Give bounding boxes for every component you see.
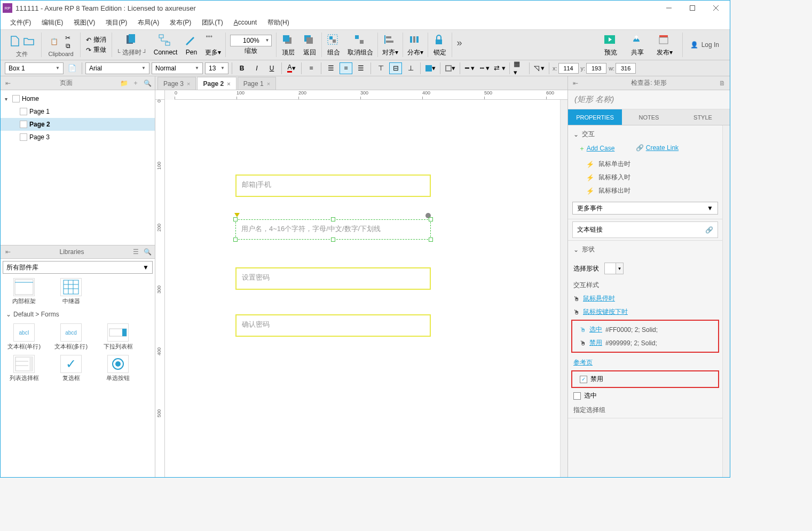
menu-project[interactable]: 项目(P) [101,17,131,28]
paste-icon[interactable]: 📋 [48,36,60,47]
arrow-button[interactable]: ⇄ ▾ [493,62,506,74]
toolbar-expand[interactable]: » [454,37,474,52]
align-center-button[interactable]: ≡ [340,62,352,74]
tab-page1[interactable]: Page 1× [238,77,276,90]
bullet-button[interactable]: ≡ [305,62,318,74]
ix-hover[interactable]: 🖱鼠标悬停时 [568,292,722,305]
font-combo[interactable]: Arial▼ [85,62,149,74]
section-shape[interactable]: ⌄形状 [568,241,722,258]
corner-button[interactable]: ◹ ▾ [533,62,546,74]
chk-selected[interactable]: 选中 [568,389,722,402]
w-input[interactable]: 316 [616,63,636,74]
shape-picker[interactable]: ▼ [604,263,624,274]
style-combo[interactable]: Box 1▼ [5,62,64,74]
menu-arrange[interactable]: 布局(A) [133,17,163,28]
underline-button[interactable]: U [265,62,278,74]
tree-page1[interactable]: Page 1 [1,105,155,118]
tab-page2[interactable]: Page 2× [197,77,236,90]
valign-bottom-button[interactable]: ⊥ [404,62,417,74]
border-vis-button[interactable]: ▦ ▾ [513,62,526,74]
lib-menu-icon[interactable]: ☰ [131,248,140,256]
menu-account[interactable]: Account [230,18,261,27]
send-back[interactable]: 返回 [300,33,319,57]
more-tool[interactable]: ••• 更多▾ [203,33,223,57]
tree-page2[interactable]: Page 2 [1,118,155,131]
tab-properties[interactable]: PROPERTIES [568,109,622,125]
menu-help[interactable]: 帮助(H) [263,17,294,28]
lib-textfield[interactable]: abcI文本框(单行) [3,323,45,351]
tab-page3[interactable]: Page 3× [157,77,196,90]
fill-button[interactable]: ▾ [424,62,437,74]
resize-handle[interactable] [233,217,238,221]
field-email[interactable]: 邮箱|手机 [235,175,431,197]
size-combo[interactable]: 13▼ [205,62,228,74]
search-icon[interactable]: 🔍 [143,79,152,88]
section-interactions[interactable]: ⌄交互 [568,125,722,143]
menu-edit[interactable]: 编辑(E) [37,17,67,28]
resize-handle[interactable] [331,217,335,221]
ix-disabled[interactable]: 🖱禁用 #999999; 2; Solid; [574,336,716,350]
ix-selected[interactable]: 🖱选中 #FF0000; 2; Solid; [574,323,716,336]
connect-tool[interactable]: Connect [152,34,180,56]
style-transfer-icon[interactable]: 📄 [66,62,78,74]
lib-listbox[interactable]: 列表选择框 [3,355,45,382]
tree-home[interactable]: ▾Home [1,92,155,105]
close-icon[interactable]: × [267,81,270,87]
lib-droplist[interactable]: 下拉列表框 [97,323,139,351]
minimize-button[interactable] [657,1,681,15]
field-username[interactable]: 用户名，4~16个字符，字母/中文/数字/下划线 [235,219,431,240]
lib-repeater[interactable]: 中继器 [50,278,92,305]
resize-handle[interactable] [429,217,433,221]
canvas[interactable]: 邮箱|手机 用户名，4~16个字符，字母/中文/数字/下划线 设置密码 确认密码 [165,100,560,477]
collapse-icon[interactable]: ⇤ [4,248,12,256]
close-icon[interactable]: × [227,81,230,87]
inspector-scrollbar[interactable] [722,125,730,477]
valign-middle-button[interactable]: ⊟ [389,62,402,74]
open-icon[interactable] [23,35,35,47]
lib-textarea[interactable]: abcd文本框(多行) [50,323,92,351]
align-left-button[interactable]: ☰ [325,62,337,74]
maximize-button[interactable] [681,1,704,15]
menu-publish[interactable]: 发布(P) [165,17,195,28]
resize-handle[interactable] [233,237,238,242]
tab-notes[interactable]: NOTES [622,109,676,125]
close-icon[interactable]: × [187,81,190,87]
resize-handle[interactable] [331,237,335,242]
lock-button[interactable]: 锁定 [430,33,450,57]
publish-button[interactable]: 发布▾ [655,33,675,57]
canvas-scrollbar[interactable] [560,100,567,477]
close-button[interactable] [704,1,728,15]
search-icon[interactable]: 🔍 [143,248,152,256]
preview-button[interactable]: 预览 [601,33,620,57]
ix-mousedown[interactable]: 🖱鼠标按键按下时 [568,305,722,319]
line-style-button[interactable]: ┅ ▾ [478,62,491,74]
lib-inline-frame[interactable]: 内部框架 [3,278,45,305]
italic-button[interactable]: I [250,62,263,74]
resize-handle[interactable] [429,237,433,242]
text-color-button[interactable]: A ▾ [285,62,298,74]
valign-top-button[interactable]: ⊤ [374,62,387,74]
event-click[interactable]: ⚡鼠标单击时 [568,157,722,171]
ref-page-link[interactable]: 参考页 [568,354,722,369]
border-color-button[interactable]: ▾ [444,62,456,74]
redo-button[interactable]: ↷重做 [86,45,106,54]
cut-icon[interactable]: ✂ [62,34,74,42]
more-events-combo[interactable]: 更多事件▼ [572,202,718,215]
bold-button[interactable]: B [235,62,248,74]
group-button[interactable]: 组合 [324,33,343,57]
chk-disabled[interactable]: ✓禁用 [574,373,716,386]
shape-name-input[interactable]: (矩形 名称) [568,90,730,109]
zoom-combo[interactable]: 100%▼ [230,35,272,46]
bring-front[interactable]: 顶层 [279,33,298,57]
copy-icon[interactable]: ⧉ [62,42,74,50]
pen-tool[interactable]: Pen [182,34,201,56]
event-mouseout[interactable]: ⚡鼠标移出时 [568,184,722,197]
menu-team[interactable]: 团队(T) [198,17,227,28]
note-icon[interactable]: 🗎 [718,79,727,88]
add-case-link[interactable]: ＋ Add Case [579,144,614,153]
lib-radio[interactable]: 单选按钮 [97,355,139,382]
collapse-icon[interactable]: ⇤ [571,79,580,88]
menu-file[interactable]: 文件(F) [6,17,35,28]
undo-button[interactable]: ↶撤消 [86,35,106,44]
text-link-row[interactable]: 文本链接🔗 [572,221,718,238]
